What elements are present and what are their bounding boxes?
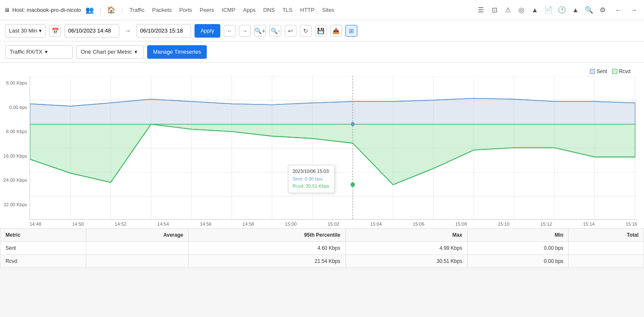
chart-mode-label: One Chart per Metric <box>81 49 132 55</box>
nav-apps[interactable]: Apps <box>241 5 258 15</box>
pan-right-icon[interactable]: → <box>239 25 251 37</box>
cell-metric-rcvd: Rcvd <box>0 255 86 268</box>
legend-rcvd-label: Rcvd <box>619 68 630 74</box>
apply-button[interactable]: Apply <box>195 24 220 38</box>
table-body: Sent 4.60 Kbps 4.99 Kbps 0.00 bps Rcvd 2… <box>0 242 644 268</box>
metric-label: Traffic RX/TX <box>10 49 42 55</box>
cell-min-rcvd: 0.00 bps <box>468 255 569 268</box>
nav-http[interactable]: HTTP <box>298 5 317 15</box>
x-label-12: 15:12 <box>540 221 552 227</box>
top-navigation: 🖥 Host: macbook-pro-di-nicolo 👥 | 🏠 | Tr… <box>0 0 644 20</box>
metric-selector[interactable]: Traffic RX/TX ▾ <box>5 45 73 59</box>
y-axis: 8.00 Kbps 0.00 bps 8.00 Kbps 16.00 Kbps … <box>0 76 30 220</box>
search-icon[interactable]: 🔍 <box>583 4 595 16</box>
data-table-container: Metric Average 95th Percentile Max Min T… <box>0 228 644 268</box>
time-range-selector[interactable]: Last 30 Min ▾ <box>5 24 46 38</box>
chevron-down-icon: ▾ <box>39 27 42 34</box>
warning-icon[interactable]: ⚠ <box>502 4 514 16</box>
nav-tls[interactable]: TLS <box>280 5 295 15</box>
x-axis: 14:48 14:50 14:52 14:54 14:56 14:58 15:0… <box>0 220 637 228</box>
chart-legend: Sent Rcvd <box>0 67 637 76</box>
save-icon[interactable]: 💾 <box>315 25 327 37</box>
col-p95: 95th Percentile <box>189 229 346 242</box>
calendar-icon[interactable]: 📅 <box>49 25 61 37</box>
col-metric: Metric <box>0 229 86 242</box>
legend-rcvd: Rcvd <box>612 68 630 74</box>
chart-wrapper[interactable]: 8.00 Kbps 0.00 bps 8.00 Kbps 16.00 Kbps … <box>0 76 637 220</box>
undo-icon[interactable]: ↩ <box>285 25 296 37</box>
chart-mode-chevron-icon: ▾ <box>134 49 137 55</box>
date-arrow-right-icon: → <box>123 26 133 36</box>
chart-area[interactable]: 2023/10/06 15:03: Sent: 0.00 bps Rcvd: 3… <box>30 76 637 220</box>
end-date-input[interactable] <box>136 24 191 38</box>
forward-button[interactable]: → <box>628 4 640 16</box>
zoom-out-icon[interactable]: 🔍- <box>269 25 281 37</box>
manage-timeseries-button[interactable]: Manage Timeseries <box>147 45 207 59</box>
table-row: Rcvd 21.54 Kbps 30.51 Kbps 0.00 bps <box>0 255 644 268</box>
doc-icon[interactable]: 📄 <box>543 4 554 16</box>
hamburger-menu-icon[interactable]: ☰ <box>475 4 487 16</box>
nav-ports[interactable]: Ports <box>177 5 195 15</box>
nav-icmp[interactable]: ICMP <box>219 5 238 15</box>
chart-mode-selector[interactable]: One Chart per Metric ▾ <box>76 45 144 59</box>
x-label-1: 14:50 <box>72 221 84 227</box>
x-label-13: 15:14 <box>583 221 595 227</box>
cell-max-rcvd: 30.51 Kbps <box>345 255 468 268</box>
home-icon[interactable]: 🏠 <box>105 4 117 16</box>
x-label-0: 14:48 <box>30 221 41 227</box>
cell-avg-sent <box>86 242 189 255</box>
x-label-14: 15:16 <box>625 221 637 227</box>
x-label-4: 14:56 <box>200 221 212 227</box>
grid-icon[interactable]: ⊞ <box>345 25 357 37</box>
back-button[interactable]: ← <box>613 4 625 16</box>
x-label-9: 15:06 <box>413 221 425 227</box>
pan-left-icon[interactable]: ← <box>224 25 236 37</box>
rcvd-area <box>30 124 635 185</box>
settings-icon[interactable]: ⚙ <box>597 4 608 16</box>
metrics-table: Metric Average 95th Percentile Max Min T… <box>0 228 644 268</box>
host-label: Host: macbook-pro-di-nicolo <box>12 7 81 13</box>
layers-icon[interactable]: ▲ <box>570 4 581 16</box>
toolbar: Last 30 Min ▾ 📅 → Apply ← → 🔍+ 🔍- ↩ ↻ 💾 … <box>0 20 644 41</box>
nav-sites[interactable]: Sites <box>320 5 337 15</box>
x-label-10: 15:08 <box>455 221 467 227</box>
monitor-icon: 🖥 <box>4 7 10 13</box>
cell-max-sent: 4.99 Kbps <box>345 242 468 255</box>
nav-dns[interactable]: DNS <box>260 5 277 15</box>
nav-traffic[interactable]: Traffic <box>127 5 147 15</box>
network-icon[interactable]: 👥 <box>84 4 96 16</box>
col-average: Average <box>86 229 189 242</box>
export-icon[interactable]: 📤 <box>330 25 342 37</box>
x-label-11: 15:10 <box>498 221 510 227</box>
time-range-label: Last 30 Min <box>9 27 37 34</box>
circle-icon[interactable]: ◎ <box>515 4 527 16</box>
legend-sent: Sent <box>590 68 607 74</box>
y-label-2: 8.00 Kbps <box>0 129 27 134</box>
chart-icon[interactable]: ▲ <box>529 4 541 16</box>
nav-icons: ☰ ⊡ ⚠ ◎ ▲ 📄 🕐 ▲ 🔍 ⚙ <box>475 4 608 16</box>
table-header-row: Metric Average 95th Percentile Max Min T… <box>0 229 644 242</box>
start-date-input[interactable] <box>64 24 119 38</box>
x-label-7: 15:02 <box>328 221 340 227</box>
cell-avg-rcvd <box>86 255 189 268</box>
crop-icon[interactable]: ⊡ <box>488 4 500 16</box>
y-label-4: 24.00 Kbps <box>0 178 27 183</box>
col-max: Max <box>345 229 468 242</box>
y-label-5: 32.00 Kbps <box>0 202 27 207</box>
y-label-0: 8.00 Kbps <box>0 80 27 85</box>
cell-p95-sent: 4.60 Kbps <box>189 242 346 255</box>
x-label-2: 14:52 <box>115 221 126 227</box>
zoom-in-icon[interactable]: 🔍+ <box>254 25 266 37</box>
clock-icon[interactable]: 🕐 <box>556 4 568 16</box>
x-label-3: 14:54 <box>157 221 169 227</box>
redo-icon[interactable]: ↻ <box>300 25 312 37</box>
x-label-8: 15:04 <box>370 221 382 227</box>
cell-total-sent <box>569 242 644 255</box>
x-label-6: 15:00 <box>285 221 297 227</box>
x-label-5: 14:58 <box>242 221 254 227</box>
nav-packets[interactable]: Packets <box>150 5 174 15</box>
legend-rcvd-color <box>612 69 617 74</box>
nav-peers[interactable]: Peers <box>197 5 216 15</box>
cell-total-rcvd <box>569 255 644 268</box>
chart-container: Sent Rcvd 8.00 Kbps 0.00 bps 8.00 Kbps 1… <box>0 63 644 228</box>
